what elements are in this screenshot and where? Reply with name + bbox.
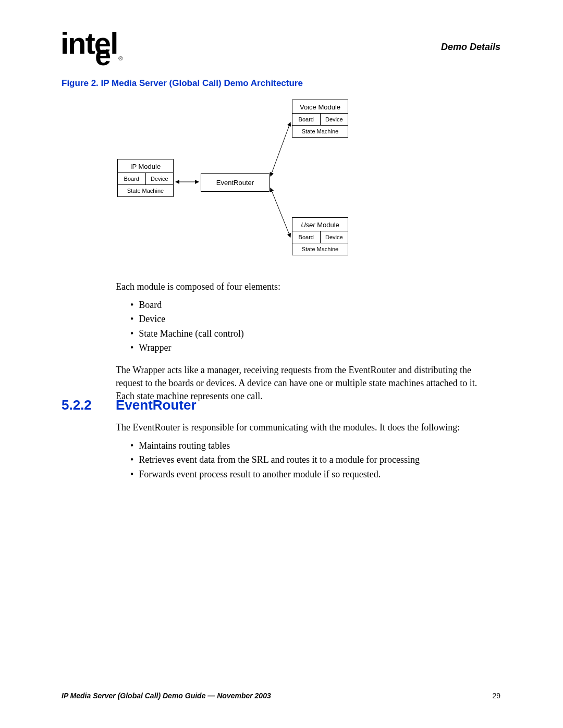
list-item: Retrieves event data from the SRL and ro…: [130, 453, 491, 466]
list-item: Device: [130, 313, 491, 326]
svg-line-2: [271, 188, 290, 237]
ip-module-title: IP Module: [118, 159, 173, 172]
ip-module-box: IP Module Board Device State Machine: [117, 159, 174, 197]
page-number: 29: [492, 692, 500, 700]
elements-list: Board Device State Machine (call control…: [116, 299, 491, 354]
page-footer: IP Media Server (Global Call) Demo Guide…: [62, 692, 500, 700]
paragraph-intro-elements: Each module is composed of four elements…: [116, 280, 491, 293]
body-text-2: The EventRouter is responsible for commu…: [116, 421, 491, 482]
voice-module-title: Voice Module: [292, 100, 348, 113]
section-title: EventRouter: [116, 397, 197, 413]
voice-module-box: Voice Module Board Device State Machine: [292, 100, 348, 138]
eventrouter-box: EventRouter: [201, 173, 270, 192]
section-number: 5.2.2: [62, 397, 116, 413]
list-item: Wrapper: [130, 341, 491, 354]
figure-caption: Figure 2. IP Media Server (Global Call) …: [62, 78, 303, 89]
voice-module-device: Device: [321, 114, 348, 125]
header-section-title: Demo Details: [441, 42, 500, 53]
paragraph-eventrouter: The EventRouter is responsible for commu…: [116, 421, 491, 434]
intel-logo: inteel®: [60, 28, 121, 61]
ip-module-board: Board: [118, 173, 146, 184]
body-text-1: Each module is composed of four elements…: [116, 280, 491, 409]
section-heading: 5.2.2 EventRouter: [62, 397, 197, 413]
user-module-board: Board: [292, 231, 321, 243]
page: inteel® Demo Details Figure 2. IP Media …: [0, 0, 563, 728]
list-item: Forwards event process result to another…: [130, 468, 491, 481]
list-item: Maintains routing tables: [130, 439, 491, 452]
registered-mark: ®: [118, 55, 121, 61]
svg-line-1: [271, 122, 290, 176]
architecture-diagram: IP Module Board Device State Machine Voi…: [117, 96, 352, 268]
eventrouter-list: Maintains routing tables Retrieves event…: [116, 439, 491, 481]
user-module-title-prefix: User: [301, 221, 315, 229]
ip-module-state: State Machine: [118, 184, 173, 196]
footer-title: IP Media Server (Global Call) Demo Guide…: [62, 692, 271, 700]
user-module-device: Device: [321, 231, 348, 243]
voice-module-state: State Machine: [292, 125, 348, 137]
list-item: State Machine (call control): [130, 327, 491, 340]
user-module-title-suffix: Module: [315, 221, 339, 229]
list-item: Board: [130, 299, 491, 312]
ip-module-device: Device: [146, 173, 174, 184]
user-module-box: User Module Board Device State Machine: [292, 217, 348, 255]
user-module-title: User Module: [292, 218, 348, 231]
user-module-state: State Machine: [292, 243, 348, 255]
voice-module-board: Board: [292, 114, 321, 125]
